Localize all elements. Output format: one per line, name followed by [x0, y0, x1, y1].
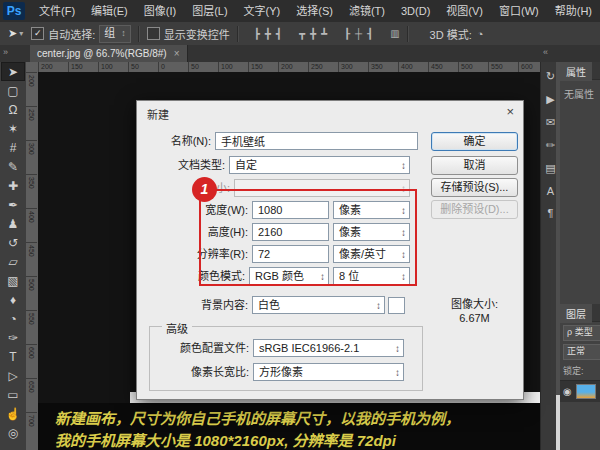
align-icon[interactable]: ╋	[265, 28, 271, 39]
ruler-tick-label: 450	[26, 242, 37, 276]
pixel-aspect-value: 方形像素	[259, 366, 303, 378]
properties-panel-header: 属性	[560, 62, 600, 80]
align-icon[interactable]: ┳	[299, 28, 305, 39]
dropdown-arrows-icon: ↕	[395, 365, 400, 380]
zoom-tool[interactable]: ◎	[1, 423, 25, 442]
docked-panels: 属性 无属性 图层 ρ 类型 正常 锁定: ◉	[560, 62, 600, 450]
ruler-tick-label: 450	[428, 62, 458, 72]
align-icon[interactable]: ▥	[390, 28, 399, 39]
crop-tool[interactable]: #	[1, 138, 25, 157]
eyedropper-tool[interactable]: ✎	[1, 157, 25, 176]
save-preset-button[interactable]: 存储预设(S)...	[431, 178, 518, 197]
move-tool-icon[interactable]: ➤	[8, 27, 17, 40]
close-tab-icon[interactable]: ×	[174, 48, 180, 59]
magic-wand-tool[interactable]: ✶	[1, 119, 25, 138]
eraser-tool[interactable]: ▱	[1, 252, 25, 271]
dodge-tool[interactable]: ◔	[1, 309, 25, 328]
dropdown-arrows-icon: ↕	[376, 298, 381, 313]
blur-tool[interactable]: ♦	[1, 290, 25, 309]
align-icon[interactable]: ╋	[310, 28, 316, 39]
path-selection-tool[interactable]: ▷	[1, 366, 25, 385]
layer-row[interactable]: ◉	[560, 380, 600, 402]
separator	[138, 26, 140, 42]
doc-type-label: 文档类型:	[137, 156, 225, 174]
mode-3d-label: 3D 模式:	[430, 26, 472, 42]
auto-select-label: 自动选择:	[48, 26, 95, 42]
background-value: 白色	[258, 299, 280, 311]
hand-tool[interactable]: ☝	[1, 404, 25, 423]
menu-item[interactable]: 3D(D)	[393, 1, 438, 22]
pen-tool[interactable]: ✑	[1, 328, 25, 347]
dropdown-arrows-icon: ↕	[401, 158, 406, 173]
gradient-tool[interactable]: ▧	[1, 271, 25, 290]
menu-item[interactable]: 窗口(W)	[491, 1, 547, 22]
show-transform-label: 显示变换控件	[164, 26, 230, 42]
history-brush-tool[interactable]: ↺	[1, 233, 25, 252]
brush-tool[interactable]: ✒	[1, 195, 25, 214]
blend-mode-select[interactable]: 正常	[563, 344, 600, 360]
ruler-tick-label: 350	[26, 174, 37, 208]
layers-filter-select[interactable]: ρ 类型	[563, 325, 600, 341]
ok-button[interactable]: 确定	[431, 132, 518, 151]
ruler-tick-label: 150	[248, 62, 278, 72]
doc-type-select[interactable]: 自定 ↕	[229, 156, 410, 174]
align-icon[interactable]: ┨	[367, 28, 373, 39]
name-input[interactable]	[215, 132, 418, 150]
background-color-swatch[interactable]	[388, 297, 405, 314]
document-tab[interactable]: center.jpg @ 66.7%(RGB/8#) ×	[30, 45, 188, 62]
background-select[interactable]: 白色 ↕	[252, 296, 385, 314]
auto-select-target-select[interactable]: 组 ↕	[99, 25, 131, 43]
name-label: 名称(N):	[137, 132, 211, 150]
menu-item[interactable]: 视图(V)	[438, 1, 491, 22]
ruler-tick-label: 600	[518, 62, 540, 72]
align-buttons: ┣╋┫┳╋┻┠┼┨▥	[254, 28, 400, 39]
align-icon[interactable]: ┣	[254, 28, 260, 39]
toolbox: ➤▢Ω✶#✎✚✒♟↺▱▧♦◔✑T▷▭☝◎	[0, 62, 27, 450]
menu-item[interactable]: 滤镜(T)	[341, 1, 393, 22]
ruler-tick-label: 300	[26, 140, 37, 174]
menu-item[interactable]: 选择(S)	[288, 1, 341, 22]
ruler-tick-label: 150	[68, 62, 98, 72]
orbit-3d-icon[interactable]: ◔	[477, 28, 484, 40]
panels-collapse-icon[interactable]: «	[543, 47, 548, 57]
toolbox-collapse-icon[interactable]: »	[3, 47, 8, 57]
search-icon: ρ	[567, 327, 572, 337]
move-tool[interactable]: ➤	[1, 62, 25, 81]
tool-preset-caret-icon[interactable]: ▾	[19, 29, 23, 38]
healing-brush-tool[interactable]: ✚	[1, 176, 25, 195]
caption-area: 新建画布，尺寸为你自己手机的屏幕尺寸，以我的手机为例， 我的手机屏幕大小是 10…	[38, 403, 545, 450]
menu-item[interactable]: 文字(Y)	[236, 1, 289, 22]
menu-item[interactable]: 文件(F)	[31, 1, 83, 22]
marquee-tool[interactable]: ▢	[1, 81, 25, 100]
separator	[407, 26, 409, 42]
type-tool[interactable]: T	[1, 347, 25, 366]
align-icon[interactable]: ┻	[321, 28, 327, 39]
auto-select-checkbox[interactable]: ✓	[31, 27, 44, 40]
clone-stamp-tool[interactable]: ♟	[1, 214, 25, 233]
ruler-tick-label: 500	[26, 276, 37, 310]
pixel-aspect-label: 像素长宽比:	[137, 363, 249, 381]
blend-mode-value: 正常	[567, 346, 585, 356]
layer-visibility-eye-icon[interactable]: ◉	[563, 386, 572, 397]
menu-item[interactable]: 图像(I)	[136, 1, 184, 22]
align-icon[interactable]: ┠	[344, 28, 350, 39]
dialog-title: 新建	[147, 106, 169, 122]
tab-layers[interactable]: 图层	[560, 304, 592, 323]
ruler-tick-label: 250	[308, 62, 338, 72]
align-icon[interactable]: ┼	[355, 28, 362, 39]
cancel-button[interactable]: 取消	[431, 156, 518, 175]
shape-tool[interactable]: ▭	[1, 385, 25, 404]
dialog-close-icon[interactable]: ×	[506, 104, 514, 119]
align-icon[interactable]: ┫	[276, 28, 282, 39]
menu-items: 文件(F)编辑(E)图像(I)图层(L)文字(Y)选择(S)滤镜(T)3D(D)…	[31, 1, 600, 22]
pixel-aspect-select[interactable]: 方形像素 ↕	[253, 363, 404, 381]
photoshop-logo[interactable]: Ps	[3, 2, 25, 20]
show-transform-checkbox[interactable]	[147, 27, 160, 40]
tab-properties[interactable]: 属性	[560, 62, 592, 81]
menu-bar: Ps 文件(F)编辑(E)图像(I)图层(L)文字(Y)选择(S)滤镜(T)3D…	[0, 0, 600, 23]
menu-item[interactable]: 编辑(E)	[83, 1, 136, 22]
lasso-tool[interactable]: Ω	[1, 100, 25, 119]
menu-item[interactable]: 图层(L)	[184, 1, 235, 22]
menu-item[interactable]: 帮助(H)	[547, 1, 600, 22]
color-profile-select[interactable]: sRGB IEC61966-2.1 ↕	[253, 339, 404, 357]
